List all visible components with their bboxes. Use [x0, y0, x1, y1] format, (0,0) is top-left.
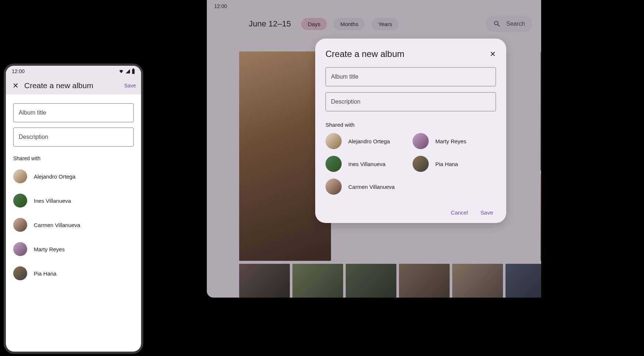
album-title-input[interactable]: Album title: [325, 67, 496, 86]
person-name: Alejandro Ortega: [34, 173, 75, 180]
close-icon[interactable]: ✕: [11, 81, 20, 90]
description-input[interactable]: Description: [13, 127, 134, 147]
photo-tile[interactable]: [540, 51, 541, 171]
list-item[interactable]: Alejandro Ortega: [325, 133, 409, 149]
chip-months[interactable]: Months: [334, 18, 365, 30]
person-name: Pia Hana: [435, 161, 458, 167]
list-item[interactable]: Pia Hana: [413, 156, 496, 172]
status-time: 12:00: [214, 3, 227, 9]
tablet-window: 12:00 June 12–15 Days Months Years Searc…: [207, 0, 541, 298]
person-name: Marty Reyes: [34, 246, 65, 252]
list-item[interactable]: Alejandro Ortega: [13, 164, 134, 188]
tablet-app-bar: June 12–15 Days Months Years Search: [207, 12, 541, 40]
avatar: [413, 133, 429, 149]
photo-thumb[interactable]: [292, 264, 343, 298]
avatar: [325, 133, 342, 149]
avatar: [413, 156, 429, 172]
shared-with-label: Shared with: [325, 122, 496, 128]
avatar: [13, 266, 27, 280]
cancel-button[interactable]: Cancel: [451, 209, 468, 216]
svg-rect-0: [132, 69, 135, 74]
page-title: Create a new album: [24, 81, 120, 90]
search-icon: [493, 20, 501, 28]
description-input[interactable]: Description: [325, 92, 496, 111]
phone-status-bar: 12:00: [6, 66, 141, 77]
save-button[interactable]: Save: [124, 83, 136, 89]
chip-days[interactable]: Days: [301, 18, 327, 30]
photo-tile[interactable]: [540, 173, 541, 261]
photo-thumb[interactable]: [452, 264, 503, 298]
status-icons: [118, 68, 135, 74]
tablet-status-bar: 12:00: [207, 0, 541, 12]
list-item[interactable]: Pia Hana: [13, 261, 134, 285]
avatar: [325, 156, 342, 172]
dialog-title: Create a new album: [325, 49, 404, 59]
photo-thumb[interactable]: [506, 264, 541, 298]
list-item[interactable]: Carmen Villanueva: [13, 213, 134, 237]
phone-device: 12:00 ✕ Create a new album Save Album ti…: [4, 64, 143, 354]
avatar: [13, 242, 27, 256]
person-name: Ines Villanueva: [34, 198, 71, 204]
list-item[interactable]: Ines Villanueva: [325, 156, 409, 172]
person-name: Pia Hana: [34, 270, 57, 277]
list-item[interactable]: Marty Reyes: [13, 237, 134, 261]
wifi-icon: [118, 69, 124, 74]
status-time: 12:00: [12, 68, 25, 74]
shared-with-label: Shared with: [13, 155, 134, 161]
dialog-header: Create a new album ✕: [325, 49, 496, 59]
person-name: Marty Reyes: [435, 138, 466, 144]
avatar: [13, 218, 27, 232]
battery-icon: [132, 68, 135, 74]
search-placeholder: Search: [506, 21, 525, 27]
thumbnail-row: [239, 264, 541, 298]
list-item[interactable]: Marty Reyes: [413, 133, 496, 149]
avatar: [13, 194, 27, 208]
save-button[interactable]: Save: [481, 209, 493, 216]
avatar: [13, 169, 27, 183]
search-input[interactable]: Search: [486, 15, 532, 32]
signal-icon: [125, 69, 131, 74]
chip-years[interactable]: Years: [371, 18, 399, 30]
date-range-title: June 12–15: [249, 19, 291, 29]
create-album-dialog: Create a new album ✕ Album title Descrip…: [315, 39, 506, 223]
phone-app-bar: ✕ Create a new album Save: [6, 77, 141, 94]
list-item[interactable]: Ines Villanueva: [13, 188, 134, 213]
person-name: Alejandro Ortega: [348, 138, 390, 144]
svg-rect-1: [133, 68, 134, 69]
close-icon[interactable]: ✕: [490, 50, 496, 58]
people-grid: Alejandro Ortega Marty Reyes Ines Villan…: [325, 133, 496, 195]
person-name: Carmen Villanueva: [34, 222, 80, 228]
album-title-input[interactable]: Album title: [13, 103, 134, 122]
dialog-actions: Cancel Save: [325, 209, 496, 216]
photo-thumb[interactable]: [239, 264, 290, 298]
list-item[interactable]: Carmen Villanueva: [325, 179, 409, 195]
photo-thumb[interactable]: [399, 264, 450, 298]
phone-content: Album title Description Shared with Alej…: [6, 94, 141, 294]
person-name: Ines Villanueva: [348, 161, 385, 167]
photo-thumb[interactable]: [346, 264, 396, 298]
person-name: Carmen Villanueva: [348, 184, 395, 190]
avatar: [325, 179, 342, 195]
